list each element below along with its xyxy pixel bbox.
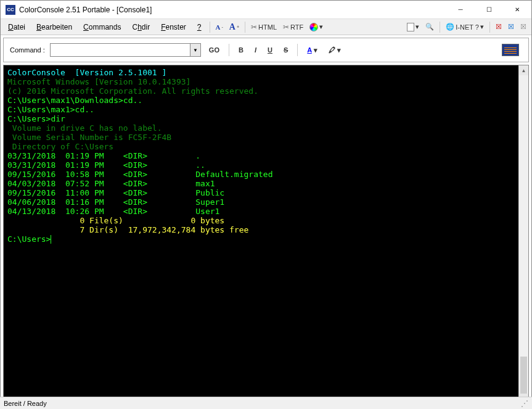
console-line: C:\Users>dir [7, 114, 515, 123]
palette-icon [309, 23, 318, 31]
maximize-button[interactable]: ☐ [475, 1, 503, 19]
console-output[interactable]: ColorConsole [Version 2.5.1001 ]Microsof… [4, 65, 518, 403]
scroll-track[interactable] [519, 75, 528, 357]
app-icon: CC [6, 5, 15, 15]
scroll-up-button[interactable]: ▲ [519, 65, 528, 75]
export-rtf-button[interactable]: RTF [280, 22, 306, 33]
command-combo: ▼ [50, 43, 201, 57]
new-doc-button[interactable]: ▾ [404, 22, 422, 33]
console-line: ColorConsole [Version 2.5.1001 ] [7, 68, 515, 77]
menu-fenster[interactable]: Fenster [156, 21, 191, 33]
console-line: (c) 2016 Microsoft Corporation. All righ… [7, 86, 515, 96]
console-line: 04/06/2018 01:16 PM <DIR> Super1 [7, 197, 515, 207]
console-line: Directory of C:\Users [7, 142, 515, 151]
console-line: C:\Users\max1\Downloads>cd.. [7, 96, 515, 105]
console-line: 04/13/2018 10:26 PM <DIR> User1 [7, 207, 515, 216]
command-bar: Command : ▼ GO B I U S A ▾ 🖍 ▾ [3, 38, 529, 62]
titlebar: CC ColorConsole 2.51 Portable - [Console… [1, 1, 531, 19]
menubar: Datei Bearbeiten Commands Chdir Fenster … [1, 19, 531, 35]
minimize-button[interactable]: ─ [446, 1, 475, 19]
separator [440, 22, 440, 33]
menu-chdir[interactable]: Chdir [127, 21, 155, 33]
keyboard-button[interactable] [499, 43, 522, 57]
separator [210, 22, 210, 33]
command-dropdown-button[interactable]: ▼ [190, 43, 201, 57]
console-line: 03/31/2018 01:19 PM <DIR> . [7, 151, 515, 160]
console-line: 03/31/2018 01:19 PM <DIR> .. [7, 160, 515, 170]
close-tab-blue-button[interactable]: ☒ [505, 22, 517, 32]
export-html-button[interactable]: HTML [248, 22, 279, 33]
console-line: 09/15/2016 11:00 PM <DIR> Public [7, 188, 515, 197]
separator [245, 22, 245, 33]
find-button[interactable]: 🔍 [423, 22, 436, 32]
menu-bearbeiten[interactable]: Bearbeiten [31, 21, 77, 33]
window-buttons: ─ ☐ ✕ [446, 1, 531, 19]
strike-button[interactable]: S [280, 45, 291, 55]
scissors-icon [283, 23, 289, 31]
console-line: 0 File(s) 0 bytes [7, 216, 515, 225]
separator [489, 22, 490, 33]
font-larger-button[interactable]: A+ [227, 21, 242, 33]
document-icon [407, 23, 414, 31]
underline-button[interactable]: U [264, 45, 276, 55]
font-smaller-button[interactable]: A- [213, 22, 226, 32]
highlight-button[interactable]: 🖍 ▾ [325, 45, 344, 56]
close-tab-red-button[interactable]: ☒ [493, 22, 504, 32]
close-button[interactable]: ✕ [503, 1, 531, 19]
console-line: 7 Dir(s) 17,972,342,784 bytes free [7, 225, 515, 234]
console-line: 09/15/2016 10:58 PM <DIR> Default.migrat… [7, 170, 515, 179]
command-label: Command : [10, 46, 45, 54]
menu-commands[interactable]: Commands [78, 21, 126, 33]
console-line: Volume in drive C has no label. [7, 123, 515, 133]
keyboard-icon [502, 44, 519, 56]
status-text: Bereit / Ready [4, 400, 47, 407]
bold-button[interactable]: B [235, 45, 247, 55]
console-line: Volume Serial Number is FC5F-2F4B [7, 133, 515, 142]
console-line: C:\Users> [7, 234, 515, 244]
console-line: 04/03/2018 07:52 PM <DIR> max1 [7, 179, 515, 188]
scissors-icon [251, 23, 257, 31]
text-cursor [51, 235, 51, 244]
console-line: C:\Users\max1>cd.. [7, 105, 515, 114]
vertical-scrollbar[interactable]: ▲ ▼ [518, 65, 528, 403]
menu-datei[interactable]: Datei [3, 21, 30, 33]
command-input[interactable] [50, 43, 190, 57]
statusbar: Bereit / Ready ⋰ [0, 397, 532, 409]
window-title: ColorConsole 2.51 Portable - [Console1] [19, 6, 446, 14]
go-button[interactable]: GO [206, 45, 223, 55]
scroll-thumb[interactable] [520, 357, 527, 394]
color-palette-button[interactable]: ▾ [307, 22, 325, 33]
italic-button[interactable]: I [252, 45, 260, 55]
inet-button[interactable]: 🌐 I-NET ? ▾ [443, 22, 486, 32]
font-color-button[interactable]: A ▾ [304, 45, 321, 56]
menu-help[interactable]: ? [192, 21, 207, 33]
resize-grip[interactable]: ⋰ [521, 399, 528, 408]
close-tab-grey-button[interactable]: ☒ [518, 22, 529, 32]
console-container: ColorConsole [Version 2.5.1001 ]Microsof… [3, 65, 529, 404]
console-line: Microsoft Windows [Version 10.0.14393] [7, 77, 515, 86]
